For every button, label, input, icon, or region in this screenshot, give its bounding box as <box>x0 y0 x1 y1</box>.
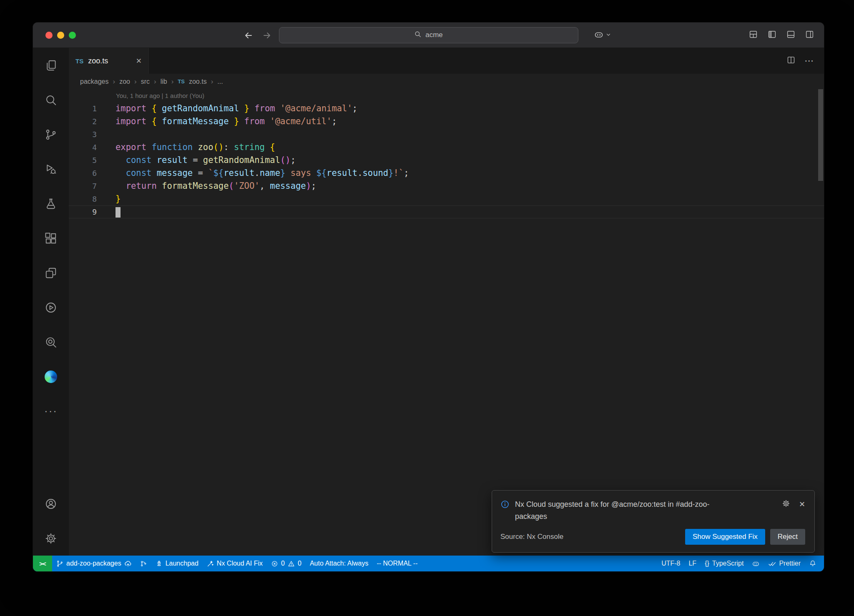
notification-settings-gear-icon[interactable] <box>782 499 790 509</box>
breadcrumb-item[interactable]: packages <box>80 78 109 85</box>
breadcrumb-item[interactable]: src <box>141 78 150 85</box>
vim-mode-item[interactable]: -- NORMAL -- <box>372 556 422 571</box>
auto-attach-item[interactable]: Auto Attach: Always <box>306 556 373 571</box>
code-line[interactable]: 9 <box>69 205 824 218</box>
toggle-sidebar-icon[interactable] <box>768 30 776 40</box>
chevron-right-icon: › <box>154 78 156 86</box>
run-debug-icon[interactable] <box>33 152 69 186</box>
toggle-secondary-sidebar-icon[interactable] <box>805 30 814 40</box>
gitlens-blame-annotation[interactable]: You, 1 hour ago | 1 author (You) <box>69 89 824 102</box>
code-editor[interactable]: You, 1 hour ago | 1 author (You) 1import… <box>69 89 824 556</box>
tab-label: zoo.ts <box>88 57 108 65</box>
wand-icon <box>207 560 214 567</box>
code-line[interactable]: 7 return formatMessage('ZOO', message); <box>69 180 824 193</box>
encoding-item[interactable]: UTF-8 <box>657 556 684 571</box>
reject-button[interactable]: Reject <box>770 529 805 545</box>
code-line[interactable]: 5 const result = getRandomAnimal(); <box>69 154 824 167</box>
breadcrumb-file[interactable]: zoo.ts <box>189 78 207 85</box>
auto-attach-label: Auto Attach: Always <box>310 560 369 567</box>
search-icon <box>414 30 422 40</box>
double-check-icon <box>768 560 776 568</box>
breadcrumb-overflow[interactable]: ... <box>217 78 223 85</box>
command-center-text: acme <box>425 31 443 39</box>
copilot-menu-button[interactable] <box>594 23 611 48</box>
breadcrumb-item[interactable]: zoo <box>119 78 130 85</box>
prettier-item[interactable]: Prettier <box>764 556 805 571</box>
code-line[interactable]: 3 <box>69 128 824 141</box>
line-number: 4 <box>69 141 97 154</box>
commit-graph-icon <box>140 560 147 567</box>
testing-icon[interactable] <box>33 186 69 221</box>
commit-graph-item[interactable] <box>136 556 151 571</box>
code-line[interactable]: 8} <box>69 193 824 205</box>
launchpad-item[interactable]: Launchpad <box>151 556 203 571</box>
problems-item[interactable]: 0 0 <box>267 556 306 571</box>
command-center-search[interactable]: acme <box>279 27 578 43</box>
vim-block-cursor <box>116 207 121 218</box>
copilot-icon <box>594 30 604 41</box>
line-number: 3 <box>69 128 97 141</box>
code-line[interactable]: 1import { getRandomAnimal } from '@acme/… <box>69 102 824 115</box>
more-actions-icon[interactable]: ⋯ <box>804 55 814 66</box>
macos-minimize-button[interactable] <box>57 32 64 39</box>
code-line[interactable]: 2import { formatMessage } from '@acme/ut… <box>69 115 824 128</box>
extensions-icon[interactable] <box>33 221 69 255</box>
chevron-right-icon: › <box>134 78 137 86</box>
back-arrow-icon[interactable] <box>244 30 254 40</box>
branch-icon <box>56 560 63 567</box>
nx-cloud-ai-fix-item[interactable]: Nx Cloud AI Fix <box>203 556 267 571</box>
remote-explorer-icon[interactable] <box>33 255 69 290</box>
tab-zoo-ts[interactable]: TS zoo.ts ✕ <box>69 48 149 74</box>
language-mode-item[interactable]: {} TypeScript <box>701 556 748 571</box>
notifications-bell-item[interactable] <box>805 556 821 571</box>
breadcrumb: packages › zoo › src › lib › TS zoo.ts ›… <box>69 74 824 89</box>
eol-label: LF <box>688 560 696 567</box>
copilot-status-item[interactable] <box>748 556 764 571</box>
macos-zoom-button[interactable] <box>69 32 76 39</box>
editor-scrollbar[interactable] <box>818 89 823 181</box>
explorer-icon[interactable] <box>33 48 69 83</box>
toggle-panel-icon[interactable] <box>786 30 795 40</box>
chevron-right-icon: › <box>211 78 214 86</box>
chevron-down-icon <box>605 32 611 39</box>
braces-icon: {} <box>705 560 709 567</box>
bell-icon <box>809 560 816 567</box>
warnings-count: 0 <box>298 560 301 567</box>
forward-arrow-icon[interactable] <box>262 30 272 40</box>
main-area: ··· TS zoo.ts ✕ ⋯ <box>33 48 824 556</box>
macos-close-button[interactable] <box>45 32 53 39</box>
remote-indicator[interactable]: >< <box>33 556 52 571</box>
additional-views-icon[interactable]: ··· <box>33 394 69 428</box>
cloud-upload-icon <box>124 560 132 567</box>
source-control-icon[interactable] <box>33 117 69 152</box>
encoding-label: UTF-8 <box>661 560 680 567</box>
line-number: 1 <box>69 102 97 115</box>
errors-count: 0 <box>281 560 285 567</box>
customize-layout-icon[interactable] <box>749 30 758 40</box>
notification-toast: Nx Cloud suggested a fix for @acme/zoo:t… <box>492 490 815 553</box>
tab-close-icon[interactable]: ✕ <box>136 57 142 65</box>
show-suggested-fix-button[interactable]: Show Suggested Fix <box>685 529 765 545</box>
play-circle-icon[interactable] <box>33 290 69 325</box>
inspect-icon[interactable] <box>33 325 69 359</box>
breadcrumb-item[interactable]: lib <box>161 78 167 85</box>
traffic-lights <box>45 23 76 48</box>
eol-item[interactable]: LF <box>684 556 701 571</box>
edge-devtools-icon[interactable] <box>33 359 69 394</box>
settings-gear-icon[interactable] <box>33 521 69 556</box>
account-icon[interactable] <box>33 486 69 521</box>
search-sidebar-icon[interactable] <box>33 83 69 117</box>
chevron-right-icon: › <box>171 78 174 86</box>
nx-fix-label: Nx Cloud AI Fix <box>217 560 263 567</box>
split-editor-icon[interactable] <box>787 56 795 66</box>
chevron-right-icon: › <box>113 78 116 86</box>
notification-close-icon[interactable]: ✕ <box>799 500 805 509</box>
git-branch-item[interactable]: add-zoo-packages <box>52 556 136 571</box>
line-number: 6 <box>69 167 97 180</box>
code-line[interactable]: 6 const message = `${result.name} says $… <box>69 167 824 180</box>
activity-bar: ··· <box>33 48 69 556</box>
code-line[interactable]: 4export function zoo(): string { <box>69 141 824 154</box>
line-number: 7 <box>69 180 97 193</box>
typescript-file-icon: TS <box>178 78 185 85</box>
info-icon <box>500 500 510 511</box>
